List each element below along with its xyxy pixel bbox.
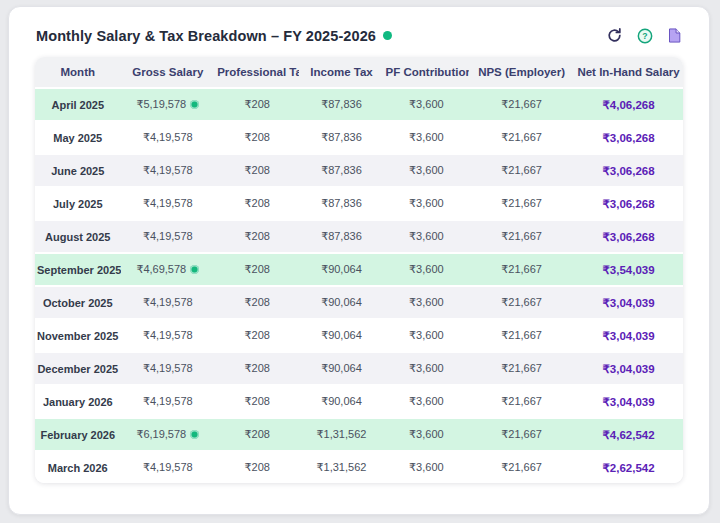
column-header-net-in-hand: Net In-Hand Salary (574, 57, 683, 87)
column-header-nps-employer: NPS (Employer) (469, 57, 574, 87)
gross-salary-cell: ₹4,19,578 (121, 285, 216, 318)
income-tax-cell: ₹90,064 (299, 252, 383, 285)
gross-salary-value: ₹4,19,578 (143, 362, 193, 374)
pf-contribution-cell: ₹3,600 (384, 252, 470, 285)
nps-employer-cell: ₹21,667 (469, 285, 574, 318)
gross-salary-value: ₹4,19,578 (143, 197, 193, 209)
nps-employer-cell: ₹21,667 (469, 186, 574, 219)
pf-contribution-cell: ₹3,600 (384, 120, 470, 153)
refresh-button[interactable] (606, 27, 623, 44)
professional-tax-cell: ₹208 (215, 120, 299, 153)
pf-contribution-cell: ₹3,600 (384, 450, 470, 483)
gross-salary-value: ₹4,19,578 (143, 230, 193, 242)
column-header-income-tax: Income Tax (299, 57, 383, 87)
column-header-gross-salary: Gross Salary (121, 57, 216, 87)
help-icon: ? (637, 28, 653, 44)
export-document-button[interactable] (666, 27, 683, 44)
professional-tax-cell: ₹208 (215, 318, 299, 351)
table-row: October 2025 ₹4,19,578 ₹208 ₹90,064 ₹3,6… (35, 285, 683, 318)
pf-contribution-cell: ₹3,600 (384, 351, 470, 384)
pf-contribution-cell: ₹3,600 (384, 384, 470, 417)
gross-salary-cell: ₹4,19,578 (121, 450, 216, 483)
gross-salary-cell: ₹4,69,578 (121, 252, 216, 285)
income-tax-cell: ₹90,064 (299, 285, 383, 318)
nps-employer-cell: ₹21,667 (469, 120, 574, 153)
table-row: January 2026 ₹4,19,578 ₹208 ₹90,064 ₹3,6… (35, 384, 683, 417)
table-row: November 2025 ₹4,19,578 ₹208 ₹90,064 ₹3,… (35, 318, 683, 351)
help-button[interactable]: ? (636, 27, 653, 44)
net-in-hand-cell: ₹3,06,268 (574, 120, 683, 153)
gross-salary-value: ₹6,19,578 (136, 428, 186, 440)
income-tax-cell: ₹87,836 (299, 186, 383, 219)
column-header-professional-tax: Professional Tax (215, 57, 299, 87)
professional-tax-cell: ₹208 (215, 417, 299, 450)
gross-salary-value: ₹4,19,578 (143, 164, 193, 176)
gross-salary-value: ₹4,19,578 (143, 395, 193, 407)
table-row: February 2026 ₹6,19,578 ₹208 ₹1,31,562 ₹… (35, 417, 683, 450)
net-in-hand-cell: ₹3,04,039 (574, 384, 683, 417)
professional-tax-cell: ₹208 (215, 219, 299, 252)
status-dot-icon (383, 31, 392, 40)
gross-salary-value: ₹4,69,578 (136, 263, 186, 275)
gross-salary-cell: ₹4,19,578 (121, 186, 216, 219)
nps-employer-cell: ₹21,667 (469, 450, 574, 483)
professional-tax-cell: ₹208 (215, 186, 299, 219)
nps-employer-cell: ₹21,667 (469, 87, 574, 120)
month-cell: February 2026 (35, 417, 121, 450)
professional-tax-cell: ₹208 (215, 384, 299, 417)
gross-salary-cell: ₹5,19,578 (121, 87, 216, 120)
salary-table-container: Month Gross Salary Professional Tax Inco… (35, 57, 683, 483)
income-tax-cell: ₹87,836 (299, 219, 383, 252)
nps-employer-cell: ₹21,667 (469, 252, 574, 285)
table-header: Month Gross Salary Professional Tax Inco… (35, 57, 683, 87)
gross-salary-cell: ₹4,19,578 (121, 219, 216, 252)
gross-salary-value: ₹5,19,578 (136, 98, 186, 110)
nps-employer-cell: ₹21,667 (469, 318, 574, 351)
net-in-hand-cell: ₹3,06,268 (574, 186, 683, 219)
income-tax-cell: ₹87,836 (299, 153, 383, 186)
table-row: March 2026 ₹4,19,578 ₹208 ₹1,31,562 ₹3,6… (35, 450, 683, 483)
pf-contribution-cell: ₹3,600 (384, 318, 470, 351)
income-tax-cell: ₹90,064 (299, 351, 383, 384)
pf-contribution-cell: ₹3,600 (384, 285, 470, 318)
table-row: May 2025 ₹4,19,578 ₹208 ₹87,836 ₹3,600 ₹… (35, 120, 683, 153)
salary-breakdown-card: Monthly Salary & Tax Breakdown – FY 2025… (8, 6, 710, 515)
income-tax-cell: ₹90,064 (299, 318, 383, 351)
nps-employer-cell: ₹21,667 (469, 417, 574, 450)
svg-text:?: ? (642, 31, 647, 41)
income-tax-cell: ₹87,836 (299, 87, 383, 120)
pf-contribution-cell: ₹3,600 (384, 417, 470, 450)
table-row: December 2025 ₹4,19,578 ₹208 ₹90,064 ₹3,… (35, 351, 683, 384)
month-cell: November 2025 (35, 318, 121, 351)
column-header-month: Month (35, 57, 121, 87)
income-tax-cell: ₹1,31,562 (299, 417, 383, 450)
refresh-icon (607, 28, 622, 43)
income-tax-cell: ₹87,836 (299, 120, 383, 153)
professional-tax-cell: ₹208 (215, 153, 299, 186)
net-in-hand-cell: ₹2,62,542 (574, 450, 683, 483)
gross-salary-value: ₹4,19,578 (143, 131, 193, 143)
gross-salary-value: ₹4,19,578 (143, 329, 193, 341)
card-header: Monthly Salary & Tax Breakdown – FY 2025… (9, 7, 709, 57)
gross-salary-cell: ₹4,19,578 (121, 153, 216, 186)
gross-salary-cell: ₹4,19,578 (121, 351, 216, 384)
month-cell: January 2026 (35, 384, 121, 417)
nps-employer-cell: ₹21,667 (469, 384, 574, 417)
table-row: September 2025 ₹4,69,578 ₹208 ₹90,064 ₹3… (35, 252, 683, 285)
month-cell: September 2025 (35, 252, 121, 285)
pf-contribution-cell: ₹3,600 (384, 87, 470, 120)
gross-salary-cell: ₹4,19,578 (121, 384, 216, 417)
income-tax-cell: ₹1,31,562 (299, 450, 383, 483)
nps-employer-cell: ₹21,667 (469, 153, 574, 186)
month-cell: March 2026 (35, 450, 121, 483)
professional-tax-cell: ₹208 (215, 450, 299, 483)
page-title: Monthly Salary & Tax Breakdown – FY 2025… (36, 28, 376, 44)
gross-salary-value: ₹4,19,578 (143, 461, 193, 473)
gross-info-badge-icon[interactable] (190, 265, 199, 274)
header-toolbar: ? (606, 27, 683, 44)
gross-info-badge-icon[interactable] (190, 100, 199, 109)
gross-info-badge-icon[interactable] (190, 430, 199, 439)
net-in-hand-cell: ₹3,06,268 (574, 219, 683, 252)
net-in-hand-cell: ₹3,54,039 (574, 252, 683, 285)
professional-tax-cell: ₹208 (215, 351, 299, 384)
